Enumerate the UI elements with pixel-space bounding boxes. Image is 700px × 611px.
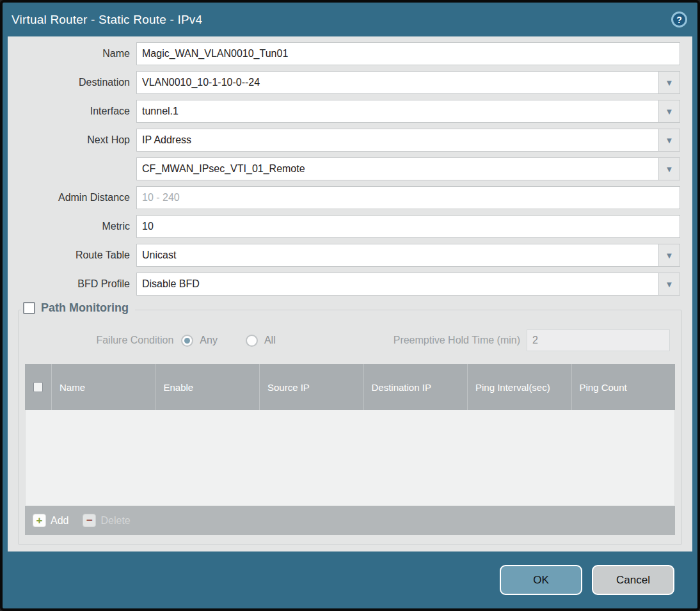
interface-dropdown-button[interactable]: ▼: [659, 100, 680, 123]
next-hop-row: Next Hop ▼: [8, 129, 692, 152]
failure-condition-radio-group: Any All: [181, 335, 297, 347]
column-header-enable[interactable]: Enable: [156, 364, 260, 410]
next-hop-address-row: ▼: [8, 157, 692, 180]
name-row: Name: [8, 42, 692, 65]
next-hop-type-input[interactable]: [136, 129, 659, 152]
route-table-dropdown-button[interactable]: ▼: [659, 244, 680, 267]
column-header-ping-interval[interactable]: Ping Interval(sec): [468, 364, 572, 410]
add-button[interactable]: + Add: [33, 514, 68, 527]
dialog-title: Virtual Router - Static Route - IPv4: [12, 13, 202, 27]
name-label: Name: [8, 42, 136, 65]
chevron-down-icon: ▼: [665, 107, 674, 116]
admin-distance-input[interactable]: [136, 186, 680, 209]
chevron-down-icon: ▼: [665, 78, 674, 88]
cancel-button[interactable]: Cancel: [592, 565, 674, 595]
table-header-checkbox-cell: [25, 364, 52, 410]
dialog-content: Name Destination ▼ Interface ▼ Next Hop: [8, 36, 692, 551]
bfd-profile-label: BFD Profile: [8, 273, 136, 296]
column-header-name[interactable]: Name: [52, 364, 156, 410]
radio-any[interactable]: [181, 335, 193, 347]
admin-distance-row: Admin Distance: [8, 186, 692, 209]
table-body-empty: [25, 410, 675, 506]
bfd-profile-dropdown-button[interactable]: ▼: [659, 273, 680, 296]
minus-icon: −: [83, 514, 96, 527]
failure-condition-label: Failure Condition: [19, 335, 181, 346]
path-monitoring-title: Path Monitoring: [41, 301, 129, 315]
next-hop-address-input[interactable]: [136, 157, 659, 180]
column-header-destination-ip[interactable]: Destination IP: [364, 364, 468, 410]
name-input[interactable]: [136, 42, 680, 65]
path-monitoring-table: Name Enable Source IP Destination IP Pin…: [25, 364, 675, 535]
chevron-down-icon: ▼: [665, 280, 674, 289]
select-all-checkbox[interactable]: [33, 382, 43, 392]
dialog-footer: OK Cancel: [3, 551, 697, 608]
bfd-profile-row: BFD Profile ▼: [8, 273, 692, 296]
dialog-titlebar: Virtual Router - Static Route - IPv4 ?: [3, 3, 697, 36]
path-monitoring-legend: Path Monitoring: [21, 301, 135, 315]
destination-input[interactable]: [136, 71, 659, 94]
path-monitoring-section: Path Monitoring Failure Condition Any Al…: [18, 310, 682, 545]
metric-input[interactable]: [136, 215, 680, 238]
preemptive-hold-time-label: Preemptive Hold Time (min): [394, 335, 527, 346]
bfd-profile-input[interactable]: [136, 273, 659, 296]
add-button-label: Add: [51, 515, 68, 527]
next-hop-label: Next Hop: [8, 129, 136, 152]
interface-label: Interface: [8, 100, 136, 123]
next-hop-type-dropdown-button[interactable]: ▼: [659, 129, 680, 152]
delete-button: − Delete: [83, 514, 130, 527]
chevron-down-icon: ▼: [665, 136, 674, 145]
preemptive-hold-time-input[interactable]: [527, 329, 670, 351]
interface-row: Interface ▼: [8, 100, 692, 123]
help-icon[interactable]: ?: [671, 12, 687, 28]
radio-all-label: All: [264, 335, 276, 346]
route-table-row: Route Table ▼: [8, 244, 692, 267]
interface-input[interactable]: [136, 100, 659, 123]
destination-row: Destination ▼: [8, 71, 692, 94]
column-header-ping-count[interactable]: Ping Count: [572, 364, 676, 410]
chevron-down-icon: ▼: [665, 251, 674, 260]
failure-condition-row: Failure Condition Any All Preemptive Hol…: [19, 329, 681, 351]
ok-button[interactable]: OK: [500, 565, 582, 595]
route-table-input[interactable]: [136, 244, 659, 267]
metric-label: Metric: [8, 215, 136, 238]
column-header-source-ip[interactable]: Source IP: [260, 364, 364, 410]
path-monitoring-checkbox[interactable]: [23, 302, 35, 314]
table-toolbar: + Add − Delete: [25, 506, 675, 535]
static-route-dialog: Virtual Router - Static Route - IPv4 ? N…: [0, 0, 700, 611]
plus-icon: +: [33, 514, 46, 527]
table-header-row: Name Enable Source IP Destination IP Pin…: [25, 364, 675, 410]
chevron-down-icon: ▼: [665, 164, 674, 174]
next-hop-address-dropdown-button[interactable]: ▼: [659, 157, 680, 180]
destination-label: Destination: [8, 71, 136, 94]
delete-button-label: Delete: [100, 515, 130, 527]
admin-distance-label: Admin Distance: [8, 186, 136, 209]
route-table-label: Route Table: [8, 244, 136, 267]
radio-any-label: Any: [200, 335, 218, 346]
destination-dropdown-button[interactable]: ▼: [659, 71, 680, 94]
radio-all[interactable]: [246, 335, 258, 347]
metric-row: Metric: [8, 215, 692, 238]
